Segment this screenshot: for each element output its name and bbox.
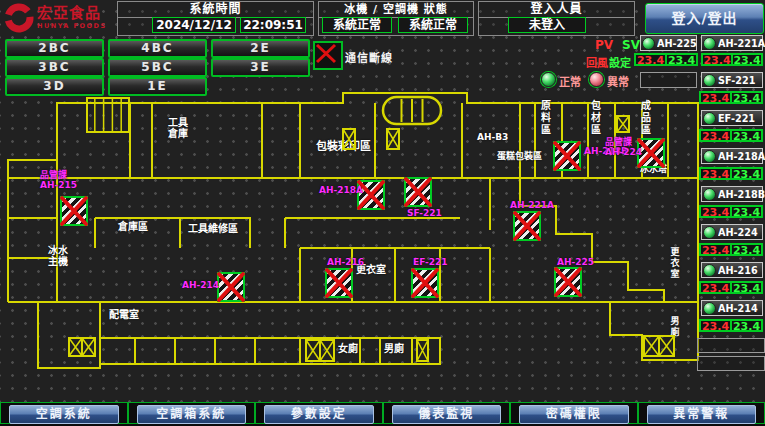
normal-lamp-icon xyxy=(541,72,556,87)
room-label: 更衣室 xyxy=(669,247,678,280)
device-offline-ah-216[interactable] xyxy=(325,268,353,298)
nav-button-3bc[interactable]: 3BC xyxy=(5,58,104,77)
xbox-glyph xyxy=(342,128,356,150)
normal-label: 正常 xyxy=(559,73,581,89)
sv-value: 23.4 xyxy=(731,92,762,103)
device-offline-ah-218b[interactable] xyxy=(553,141,581,171)
setpoint-label: 設定 xyxy=(609,54,631,70)
nav-button-5bc[interactable]: 5BC xyxy=(108,58,207,77)
pv-value: 23.4 xyxy=(700,244,731,255)
bottom-menu-bar: 空調系統空調箱系統參數設定儀表監視密碼權限異常警報 xyxy=(0,402,765,426)
unit-values-ah-214: 23.423.4 xyxy=(699,319,763,332)
unit-button-ah-218b[interactable]: AH-218B xyxy=(701,186,763,202)
unit-button-ah-218a[interactable]: AH-218A xyxy=(701,148,763,164)
unit-name: AH-218B xyxy=(718,188,765,200)
menu-segment: 空調系統 xyxy=(0,402,128,424)
system-date-value: 2024/12/12 xyxy=(152,17,236,33)
chiller-status-value: 系統正常 xyxy=(322,17,392,33)
shaft-x-icon xyxy=(342,128,356,154)
login-logout-button[interactable]: 登入/登出 xyxy=(645,3,764,34)
logo-subtitle: HUNYA FOODS xyxy=(37,23,107,30)
status-lamp-icon xyxy=(703,150,716,163)
unit-button-ah-214[interactable]: AH-214 xyxy=(701,300,763,316)
stair-icon xyxy=(86,97,130,137)
room-label: 冰水 主機 xyxy=(48,246,68,267)
stair-glyph xyxy=(86,97,130,133)
offline-x-icon xyxy=(552,140,582,172)
unit-button-ah-221a[interactable]: AH-221A xyxy=(701,35,763,51)
unit-button-ah-216[interactable]: AH-216 xyxy=(701,262,763,278)
menu-segment: 參數設定 xyxy=(255,402,383,424)
pv-value: 23.4 xyxy=(700,168,731,179)
offline-x-icon xyxy=(216,271,246,303)
pv-value: 23.4 xyxy=(700,206,731,217)
unit-button-ef-221[interactable]: EF-221 xyxy=(701,110,763,126)
nav-button-2bc[interactable]: 2BC xyxy=(5,39,104,58)
shaft-x-icon xyxy=(643,335,675,361)
unit-values-ef-221: 23.423.4 xyxy=(699,129,763,142)
nav-button-4bc[interactable]: 4BC xyxy=(108,39,207,58)
nav-button-3d[interactable]: 3D xyxy=(5,77,104,96)
menu-button-5[interactable]: 密碼權限 xyxy=(519,405,629,424)
room-label: 倉庫區 xyxy=(118,222,148,233)
system-time-label: 系統時間 xyxy=(118,2,313,18)
logo-title: 宏亞食品 xyxy=(37,6,107,21)
sv-value: 23.4 xyxy=(731,244,762,255)
sv-value: 23.4 xyxy=(731,282,762,293)
pv-value: 23.4 xyxy=(700,282,731,293)
machine-status-label: 冰機 / 空調機 狀態 xyxy=(319,2,473,18)
device-offline-ah-225[interactable] xyxy=(554,267,582,297)
return-air-label: 回風 xyxy=(586,54,608,70)
menu-button-4[interactable]: 儀表監視 xyxy=(392,405,502,424)
room-label: 男廁 xyxy=(384,344,404,355)
unit-name: SF-221 xyxy=(718,74,755,86)
status-lamp-icon xyxy=(703,188,716,201)
logo-icon xyxy=(4,3,34,33)
unit-button-ah-225[interactable]: AH-225 xyxy=(640,35,697,51)
menu-button-6[interactable]: 異常警報 xyxy=(647,405,757,424)
status-lamp-icon xyxy=(642,37,655,50)
menu-segment: 密碼權限 xyxy=(510,402,638,424)
menu-segment: 空調箱系統 xyxy=(128,402,256,424)
xbox2-glyph xyxy=(643,335,675,357)
device-label-ah-218a: AH-218A xyxy=(319,186,363,196)
pv-value: 23.4 xyxy=(700,320,731,331)
status-lamp-icon xyxy=(703,112,716,125)
status-lamp-icon xyxy=(703,74,716,87)
drum-glyph xyxy=(381,95,443,126)
device-offline-ah-214[interactable] xyxy=(217,272,245,302)
company-logo: 宏亞食品 HUNYA FOODS xyxy=(4,1,114,34)
nav-button-1e[interactable]: 1E xyxy=(108,77,207,96)
status-lamp-icon xyxy=(703,37,716,50)
nav-button-3e[interactable]: 3E xyxy=(211,58,310,77)
unit-name: EF-221 xyxy=(718,112,755,124)
menu-button-1[interactable]: 空調系統 xyxy=(9,405,119,424)
offline-x-icon xyxy=(403,176,433,208)
menu-button-3[interactable]: 參數設定 xyxy=(264,405,374,424)
offline-x-icon xyxy=(324,267,354,299)
shaft-x-icon xyxy=(305,339,335,366)
room-label: 蛋糕包裝區 xyxy=(497,152,542,161)
room-label: 成品區 xyxy=(639,100,650,136)
device-offline-ah-215[interactable] xyxy=(60,196,88,226)
device-offline-sf-221[interactable] xyxy=(404,177,432,207)
menu-button-2[interactable]: 空調箱系統 xyxy=(137,405,247,424)
device-offline-ef-221[interactable] xyxy=(411,268,439,298)
room-label: AH-B3 xyxy=(477,133,508,142)
unit-name: AH-216 xyxy=(718,264,758,276)
offline-x-icon xyxy=(59,195,89,227)
abnormal-label: 異常 xyxy=(607,73,629,89)
unit-button-sf-221[interactable]: SF-221 xyxy=(701,72,763,88)
room-label: 女廁 xyxy=(338,344,358,355)
comm-loss-icon xyxy=(313,41,343,70)
nav-button-2e[interactable]: 2E xyxy=(211,39,310,58)
sv-value: 23.4 xyxy=(731,206,762,217)
room-label: 原料區 xyxy=(539,100,550,136)
unit-button-ah-224[interactable]: AH-224 xyxy=(701,224,763,240)
device-label-ah-224: 品管課 AH-224 xyxy=(605,138,642,157)
empty-slot xyxy=(697,338,765,353)
device-offline-ah-221a[interactable] xyxy=(513,211,541,241)
unit-values-ah-221a: 23.423.4 xyxy=(701,53,763,66)
login-user-label: 登入人員 xyxy=(479,2,634,18)
device-label-ah-216: AH-216 xyxy=(327,258,364,268)
